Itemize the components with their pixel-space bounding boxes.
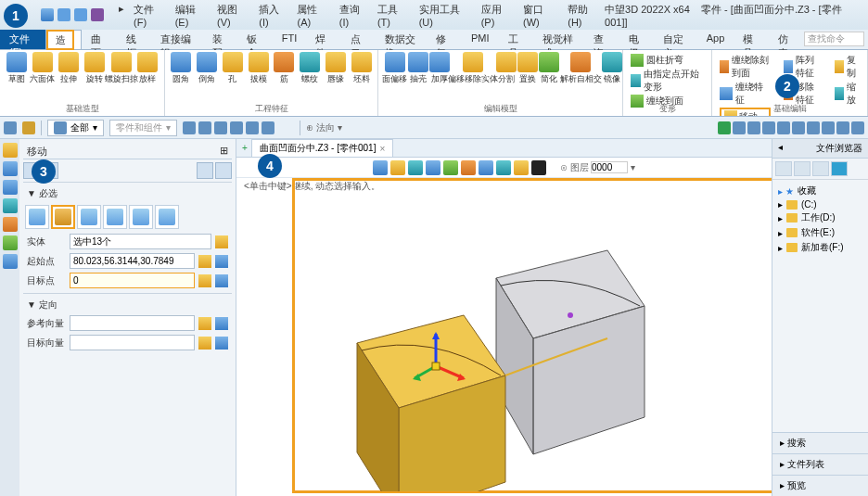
tab-wireframe[interactable]: 线框 — [117, 30, 152, 49]
chamfer-button[interactable]: 倒角 — [195, 52, 220, 85]
draft-button[interactable]: 拔模 — [246, 52, 271, 85]
preview-accordion[interactable]: ▸ 预览 — [772, 475, 868, 496]
tab-sheetmetal[interactable]: 钣金 — [237, 30, 273, 49]
display-icon[interactable] — [479, 160, 493, 175]
snap-icon[interactable] — [733, 121, 746, 134]
tab-sim[interactable]: 仿真 — [769, 30, 804, 49]
menu-item[interactable]: 查询(I) — [336, 1, 372, 30]
view-icon[interactable] — [183, 121, 196, 134]
menu-item[interactable]: 视图(V) — [213, 1, 253, 30]
orient-section[interactable]: ▼ 定向 — [23, 297, 232, 313]
menu-item[interactable]: 应用(P) — [478, 1, 517, 30]
refresh-icon[interactable] — [831, 161, 848, 176]
mode-rotate[interactable] — [103, 205, 127, 229]
parts-select[interactable]: 零件和组件 ▾ — [109, 120, 177, 136]
tab-icon[interactable] — [3, 198, 18, 213]
pick-icon[interactable] — [198, 274, 211, 287]
dropdown-icon[interactable] — [215, 317, 228, 330]
intersect-button[interactable]: 解析自相交 — [560, 52, 601, 85]
dropdown-icon[interactable] — [215, 255, 228, 268]
pick-icon[interactable] — [198, 255, 211, 268]
pick-icon[interactable] — [198, 337, 211, 350]
display-icon[interactable] — [426, 160, 440, 175]
viewport[interactable]: + 曲面凹面分中.Z3 - [零件001]× ⊙ 图层 ▾ <单击中键>继续, … — [236, 139, 772, 496]
tab-fti[interactable]: FTI — [273, 30, 307, 49]
filelist-accordion[interactable]: ▸ 文件列表 — [772, 453, 868, 475]
shell-button[interactable]: 抽壳 — [408, 52, 428, 85]
tab-model[interactable]: 造型 — [45, 30, 83, 49]
copy-link[interactable]: 复制 — [835, 54, 860, 80]
view-icon[interactable] — [262, 121, 274, 134]
tab-visual[interactable]: 视觉样式 — [533, 30, 584, 49]
expand-icon[interactable] — [215, 162, 232, 179]
pick-icon[interactable] — [22, 121, 35, 134]
tab-icon[interactable] — [3, 235, 18, 250]
view-icon[interactable] — [246, 121, 259, 134]
fillet-button[interactable]: 圆角 — [169, 52, 194, 85]
mode-point-to-point[interactable] — [51, 205, 75, 229]
display-icon[interactable] — [514, 160, 529, 175]
extrude-button[interactable]: 拉伸 — [56, 52, 81, 85]
filter-icon[interactable] — [4, 121, 17, 134]
menu-item[interactable]: 窗口(W) — [519, 1, 562, 30]
back-icon[interactable] — [775, 161, 792, 176]
sweep-button[interactable]: 螺旋扫掠 — [108, 52, 134, 85]
menu-file[interactable]: ▸ — [115, 1, 128, 30]
hole-button[interactable]: 孔 — [221, 52, 246, 85]
remove-button[interactable]: 偏移移除实体 — [451, 52, 495, 85]
view-icon[interactable] — [230, 121, 243, 134]
pick-icon[interactable] — [215, 235, 228, 248]
drive-node[interactable]: ▸(C:) — [778, 198, 862, 210]
box-button[interactable]: 六面体 — [30, 52, 55, 85]
tab-tools[interactable]: 工具 — [499, 30, 534, 49]
menu-item[interactable]: 属性(A) — [293, 1, 333, 30]
pick-icon[interactable] — [198, 317, 211, 330]
menu-item[interactable]: 文件(F) — [130, 1, 170, 30]
tab-custom[interactable]: 自定义 — [654, 30, 696, 49]
menu-item[interactable]: 实用工具(U) — [415, 1, 476, 30]
menu-item[interactable]: 帮助(H) — [564, 1, 605, 30]
tab-icon[interactable] — [3, 161, 18, 176]
snap-icon[interactable] — [851, 121, 864, 134]
target-input[interactable] — [70, 273, 195, 288]
snap-icon[interactable] — [777, 121, 790, 134]
snap-icon[interactable] — [807, 121, 820, 134]
required-section[interactable]: ▼ 必选 — [23, 185, 232, 202]
offset-button[interactable]: 面偏移 — [382, 52, 407, 85]
engrave-link[interactable]: 缠绕除刻到面 — [720, 54, 771, 80]
start-input[interactable] — [70, 253, 195, 269]
mode-align[interactable] — [129, 205, 153, 229]
favorites-node[interactable]: ▸ ★收藏 — [778, 184, 862, 198]
save-icon[interactable] — [41, 8, 54, 21]
tab-icon[interactable] — [3, 180, 18, 195]
display-icon[interactable] — [373, 160, 388, 175]
deform-link[interactable]: 由指定点开始变形 — [631, 68, 704, 94]
snap-icon[interactable] — [792, 121, 805, 134]
ref-input[interactable] — [70, 315, 195, 331]
snap-icon[interactable] — [836, 121, 849, 134]
mode-frame[interactable] — [155, 205, 179, 229]
up-icon[interactable] — [812, 161, 829, 176]
color-icon[interactable] — [531, 160, 546, 175]
display-icon[interactable] — [496, 160, 511, 175]
split-button[interactable]: 分割 — [496, 52, 517, 85]
revolve-button[interactable]: 旋转 — [83, 52, 108, 85]
tab-file[interactable]: 文件(F) — [0, 30, 45, 49]
tab-pmi[interactable]: PMI — [462, 30, 499, 49]
tab-direct-edit[interactable]: 直接编辑 — [151, 30, 202, 49]
rib-button[interactable]: 筋 — [272, 52, 297, 85]
snap-icon[interactable] — [822, 121, 835, 134]
display-icon[interactable] — [408, 160, 423, 175]
refresh-icon[interactable] — [91, 8, 104, 21]
search-accordion[interactable]: ▸ 搜索 — [772, 432, 868, 453]
tab-repair[interactable]: 修复 — [427, 30, 462, 49]
tgtvec-input[interactable] — [70, 335, 195, 350]
dropdown-icon[interactable] — [215, 274, 228, 287]
redo-icon[interactable] — [74, 8, 87, 21]
view-icon[interactable] — [214, 121, 227, 134]
tab-icon[interactable] — [3, 254, 18, 269]
sketch-button[interactable]: 草图 — [4, 52, 29, 85]
tab-exchange[interactable]: 数据交换 — [376, 30, 427, 49]
replace-button[interactable]: 置换 — [517, 52, 538, 85]
display-icon[interactable] — [461, 160, 476, 175]
